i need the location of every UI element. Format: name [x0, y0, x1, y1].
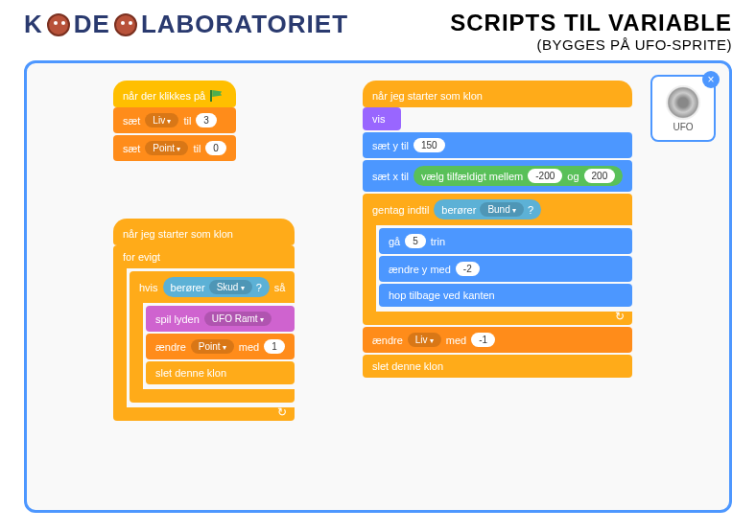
close-icon[interactable]: ×	[702, 71, 720, 88]
block-play-sound[interactable]: spil lyden UFO Ramt	[146, 306, 295, 332]
number-input[interactable]: 200	[584, 169, 616, 183]
number-input[interactable]: -1	[471, 333, 495, 347]
block-change-point[interactable]: ændre Point med 1	[146, 334, 295, 359]
number-input[interactable]: 3	[196, 113, 217, 127]
number-input[interactable]: -200	[528, 169, 562, 183]
logo-text-3: LABORATORIET	[141, 10, 348, 39]
block-set-liv[interactable]: sæt Liv til 3	[113, 107, 236, 133]
block-set-point[interactable]: sæt Point til 0	[113, 135, 236, 161]
logo-text-2: DE	[74, 10, 110, 39]
sprite-label: UFO	[673, 122, 693, 132]
touching-dropdown[interactable]: Skud	[209, 280, 252, 294]
script-clone-collision: når jeg starter som klon for evigt hvis …	[113, 219, 295, 423]
header: K DE LABORATORIET SCRIPTS TIL VARIABLE (…	[0, 0, 756, 53]
number-input[interactable]: -2	[456, 262, 480, 276]
sound-dropdown[interactable]: UFO Ramt	[204, 312, 272, 326]
block-delete-clone[interactable]: slet denne klon	[146, 361, 295, 384]
script-clone-movement: når jeg starter som klon vis sæt y til 1…	[363, 81, 632, 380]
page-subtitle: (BYGGES PÅ UFO-SPRITE)	[450, 36, 732, 53]
number-input[interactable]: 5	[405, 234, 426, 248]
sensing-touching[interactable]: berører Bund ?	[434, 199, 541, 220]
hat-label: når der klikkes på	[123, 90, 205, 102]
block-if[interactable]: hvis berører Skud ? så spil lyden UFO Ra…	[130, 271, 295, 403]
title-box: SCRIPTS TIL VARIABLE (BYGGES PÅ UFO-SPRI…	[450, 10, 732, 53]
operator-pick-random[interactable]: vælg tilfældigt mellem -200 og 200	[413, 166, 623, 186]
ufo-sprite-icon	[666, 85, 700, 120]
number-input[interactable]: 0	[205, 141, 226, 155]
block-set-x[interactable]: sæt x til vælg tilfældigt mellem -200 og…	[363, 160, 632, 192]
block-set-y[interactable]: sæt y til 150	[363, 132, 632, 158]
green-flag-icon	[210, 90, 224, 102]
logo-text-1: K	[24, 10, 43, 39]
variable-dropdown[interactable]: Liv	[145, 113, 178, 127]
hat-when-start-as-clone[interactable]: når jeg starter som klon	[113, 219, 295, 245]
script-init-variables: når der klikkes på sæt Liv til 3 sæt Poi…	[113, 81, 236, 163]
block-bounce-edge[interactable]: hop tilbage ved kanten	[379, 284, 632, 307]
block-change-y[interactable]: ændre y med -2	[379, 256, 632, 282]
block-change-liv[interactable]: ændre Liv med -1	[363, 327, 632, 353]
sprite-thumbnail-card[interactable]: × UFO	[650, 75, 716, 142]
touching-dropdown[interactable]: Bund	[480, 202, 524, 217]
block-repeat-until[interactable]: gentag indtil berører Bund ? gå 5 trin æ…	[363, 194, 632, 325]
variable-dropdown[interactable]: Point	[191, 339, 234, 354]
variable-dropdown[interactable]: Point	[145, 141, 188, 155]
number-input[interactable]: 150	[413, 138, 445, 152]
block-move-steps[interactable]: gå 5 trin	[379, 228, 632, 254]
number-input[interactable]: 1	[264, 339, 285, 354]
script-canvas: × UFO når der klikkes på sæt Liv til 3 s…	[24, 60, 732, 513]
sensing-touching[interactable]: berører Skud ?	[163, 277, 270, 297]
hat-when-flag-clicked[interactable]: når der klikkes på	[113, 81, 236, 107]
block-show[interactable]: vis	[363, 107, 401, 130]
logo: K DE LABORATORIET	[24, 10, 348, 39]
logo-robot-icon	[114, 13, 137, 36]
variable-dropdown[interactable]: Liv	[408, 333, 441, 347]
hat-when-start-as-clone[interactable]: når jeg starter som klon	[363, 81, 632, 107]
logo-robot-icon	[47, 13, 70, 36]
block-delete-clone[interactable]: slet denne klon	[363, 355, 632, 378]
block-forever[interactable]: for evigt hvis berører Skud ? så	[113, 245, 295, 421]
page-title: SCRIPTS TIL VARIABLE	[450, 10, 732, 36]
